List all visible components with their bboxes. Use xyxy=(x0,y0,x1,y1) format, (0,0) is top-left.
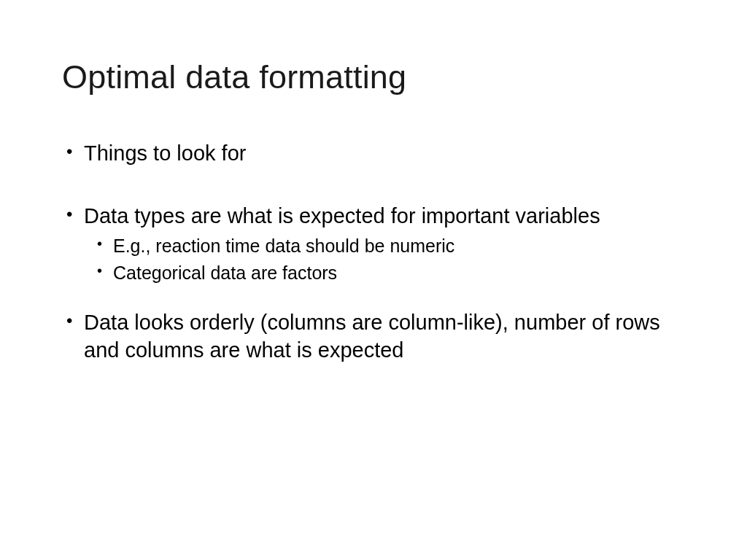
slide-content: Things to look for Data types are what i… xyxy=(62,140,685,365)
list-item: Things to look for xyxy=(62,140,685,168)
list-item: E.g., reaction time data should be numer… xyxy=(62,234,685,258)
slide-title: Optimal data formatting xyxy=(62,58,685,96)
list-item: Categorical data are factors xyxy=(62,261,685,285)
bullet-list: Things to look for xyxy=(62,140,685,168)
bullet-list: Data types are what is expected for impo… xyxy=(62,203,685,285)
list-item: Data types are what is expected for impo… xyxy=(62,203,685,230)
bullet-list: Data looks orderly (columns are column-l… xyxy=(62,309,685,364)
list-item: Data looks orderly (columns are column-l… xyxy=(62,309,685,364)
